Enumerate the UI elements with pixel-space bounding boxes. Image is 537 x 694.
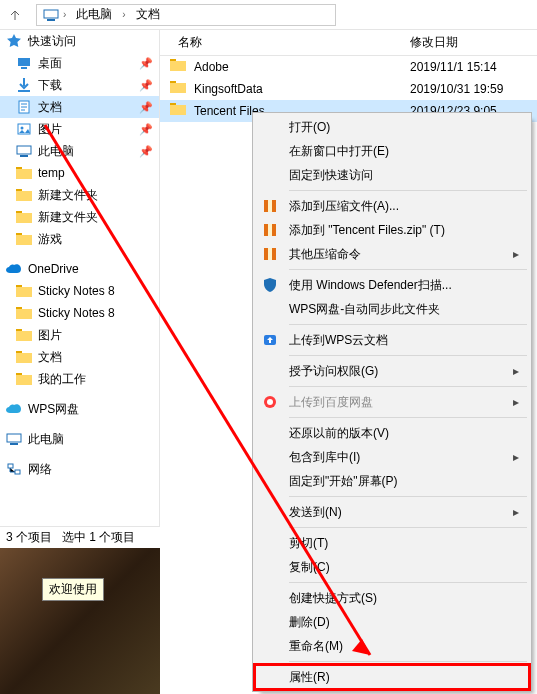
nav-item[interactable]: 下载📌 <box>0 74 159 96</box>
menu-new-window[interactable]: 在新窗口中打开(E) <box>255 139 529 163</box>
arrow-up-icon <box>8 8 22 22</box>
svg-rect-3 <box>21 67 27 69</box>
breadcrumb-path[interactable]: › 此电脑 › 文档 <box>36 4 336 26</box>
file-date: 2019/11/1 15:14 <box>410 60 537 74</box>
menu-wps-cloud[interactable]: 上传到WPS云文档 <box>255 328 529 352</box>
menu-open[interactable]: 打开(O) <box>255 115 529 139</box>
svg-rect-28 <box>7 434 21 442</box>
nav-item[interactable]: 文档 <box>0 346 159 368</box>
file-row[interactable]: KingsoftData2019/10/31 19:59 <box>160 78 537 100</box>
context-menu: 打开(O) 在新窗口中打开(E) 固定到快速访问 添加到压缩文件(A)... 添… <box>252 112 532 692</box>
nav-item[interactable]: Sticky Notes 8 <box>0 280 159 302</box>
up-folder-button[interactable] <box>2 4 28 26</box>
menu-pin-start[interactable]: 固定到"开始"屏幕(P) <box>255 469 529 493</box>
menu-wps-sync[interactable]: WPS网盘-自动同步此文件夹 <box>255 297 529 321</box>
menu-separator <box>289 324 527 325</box>
menu-add-zip-named[interactable]: 添加到 "Tencent Files.zip" (T) <box>255 218 529 242</box>
menu-separator <box>289 527 527 528</box>
nav-item[interactable]: 文档📌 <box>0 96 159 118</box>
menu-shortcut[interactable]: 创建快捷方式(S) <box>255 586 529 610</box>
nav-item[interactable]: 此电脑📌 <box>0 140 159 162</box>
nav-item[interactable]: 桌面📌 <box>0 52 159 74</box>
folder-icon <box>16 283 32 299</box>
column-modified[interactable]: 修改日期 <box>410 34 537 51</box>
nav-network[interactable]: 网络 <box>0 458 159 480</box>
menu-include-lib[interactable]: 包含到库中(I)▸ <box>255 445 529 469</box>
pin-icon: 📌 <box>139 145 153 158</box>
svg-rect-27 <box>16 375 32 385</box>
status-selected: 选中 1 个项目 <box>62 529 135 546</box>
nav-label: OneDrive <box>28 262 79 276</box>
chevron-right-icon: › <box>59 9 70 20</box>
nav-label: 新建文件夹 <box>38 209 98 226</box>
nav-label: 桌面 <box>38 55 62 72</box>
nav-item[interactable]: 图片📌 <box>0 118 159 140</box>
menu-separator <box>289 190 527 191</box>
svg-rect-23 <box>16 331 32 341</box>
desktop-background <box>0 548 160 694</box>
nav-wps[interactable]: WPS网盘 <box>0 398 159 420</box>
folder-icon <box>170 59 186 75</box>
nav-item[interactable]: 图片 <box>0 324 159 346</box>
desktop-icon <box>16 55 32 71</box>
nav-label: 图片 <box>38 327 62 344</box>
folder-icon <box>16 209 32 225</box>
menu-add-zip[interactable]: 添加到压缩文件(A)... <box>255 194 529 218</box>
nav-label: 文档 <box>38 99 62 116</box>
menu-defender[interactable]: 使用 Windows Defender扫描... <box>255 273 529 297</box>
nav-this-pc[interactable]: 此电脑 <box>0 428 159 450</box>
menu-grant-access[interactable]: 授予访问权限(G)▸ <box>255 359 529 383</box>
svg-rect-0 <box>44 10 58 18</box>
menu-baidu[interactable]: 上传到百度网盘▸ <box>255 390 529 414</box>
column-name[interactable]: 名称 <box>160 34 410 51</box>
chevron-right-icon: ▸ <box>513 450 519 464</box>
nav-label: 我的工作 <box>38 371 86 388</box>
status-bar: 3 个项目 选中 1 个项目 <box>0 526 160 548</box>
quick-access[interactable]: 快速访问 <box>0 30 159 52</box>
nav-label: 图片 <box>38 121 62 138</box>
svg-rect-30 <box>8 464 13 468</box>
menu-separator <box>289 417 527 418</box>
menu-cut[interactable]: 剪切(T) <box>255 531 529 555</box>
breadcrumb-current[interactable]: 文档 <box>130 5 166 25</box>
svg-rect-4 <box>18 90 30 92</box>
svg-rect-13 <box>16 191 32 201</box>
file-row[interactable]: Adobe2019/11/1 15:14 <box>160 56 537 78</box>
nav-item[interactable]: 新建文件夹 <box>0 206 159 228</box>
nav-item[interactable]: Sticky Notes 8 <box>0 302 159 324</box>
svg-rect-37 <box>170 105 186 115</box>
svg-rect-43 <box>268 248 272 260</box>
menu-send-to[interactable]: 发送到(N)▸ <box>255 500 529 524</box>
nav-label: 快速访问 <box>28 33 76 50</box>
nav-item[interactable]: 我的工作 <box>0 368 159 390</box>
menu-properties[interactable]: 属性(R) <box>255 665 529 689</box>
svg-point-46 <box>267 399 273 405</box>
nav-item[interactable]: 游戏 <box>0 228 159 250</box>
pin-icon: 📌 <box>139 57 153 70</box>
nav-item[interactable]: 新建文件夹 <box>0 184 159 206</box>
menu-rename[interactable]: 重命名(M) <box>255 634 529 658</box>
menu-other-zip[interactable]: 其他压缩命令▸ <box>255 242 529 266</box>
menu-pin-quick[interactable]: 固定到快速访问 <box>255 163 529 187</box>
nav-onedrive[interactable]: OneDrive <box>0 258 159 280</box>
menu-delete[interactable]: 删除(D) <box>255 610 529 634</box>
nav-item[interactable]: temp <box>0 162 159 184</box>
menu-copy[interactable]: 复制(C) <box>255 555 529 579</box>
nav-label: 下载 <box>38 77 62 94</box>
file-name: KingsoftData <box>194 82 263 96</box>
menu-restore[interactable]: 还原以前的版本(V) <box>255 421 529 445</box>
zip-icon <box>261 197 279 215</box>
menu-separator <box>289 582 527 583</box>
download-icon <box>16 77 32 93</box>
pc-icon <box>16 143 32 159</box>
nav-label: Sticky Notes 8 <box>38 284 115 298</box>
folder-icon <box>16 231 32 247</box>
menu-separator <box>289 496 527 497</box>
chevron-right-icon: › <box>118 9 129 20</box>
folder-icon <box>170 103 186 119</box>
chevron-right-icon: ▸ <box>513 364 519 378</box>
nav-label: 此电脑 <box>38 143 74 160</box>
svg-rect-8 <box>17 146 31 154</box>
breadcrumb-root[interactable]: 此电脑 <box>70 5 118 25</box>
pictures-icon <box>16 121 32 137</box>
